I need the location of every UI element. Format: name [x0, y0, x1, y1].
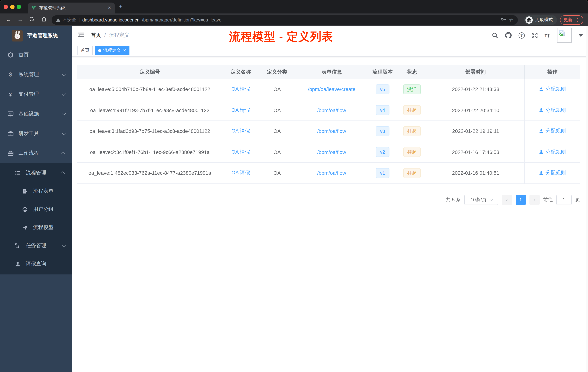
monitor-icon: [7, 111, 13, 117]
tag-home[interactable]: 首页: [77, 46, 93, 55]
url-host: dashboard.yudao.iocoder.cn: [82, 17, 139, 22]
sidebar-item-devtools[interactable]: 研发工具: [0, 124, 72, 143]
security-label[interactable]: 不安全: [63, 17, 76, 23]
search-icon[interactable]: [492, 32, 498, 38]
form-link[interactable]: /bpm/oa/leave/create: [308, 87, 356, 92]
person-icon: [15, 261, 21, 267]
definition-name-link[interactable]: OA 请假: [231, 86, 250, 92]
assign-rule-button[interactable]: 分配规则: [539, 149, 566, 155]
tree-list-icon: [15, 170, 21, 176]
paper-plane-icon: [22, 224, 28, 230]
menu-dots-icon[interactable]: ⋮: [575, 18, 580, 22]
definition-category: OA: [259, 128, 295, 134]
user-avatar[interactable]: [557, 28, 572, 43]
deploy-time: 2022-01-22 20:34:10: [427, 107, 524, 113]
prev-page-button[interactable]: ‹: [502, 195, 512, 205]
col-header: 操作: [524, 65, 580, 79]
col-header: 定义名称: [222, 69, 259, 75]
sidebar-item-task-mgmt[interactable]: 任务管理: [0, 237, 72, 255]
incognito-badge: 无痕模式: [524, 15, 557, 25]
back-icon[interactable]: ←: [6, 16, 11, 23]
sidebar-item-label: 首页: [19, 52, 65, 58]
sidebar-item-label: 流程管理: [26, 170, 57, 176]
goto-page-input[interactable]: [556, 195, 572, 205]
sidebar-item-payment[interactable]: ¥ 支付管理: [0, 85, 72, 104]
sidebar-item-label: 请假查询: [26, 261, 65, 267]
assign-rule-button[interactable]: 分配规则: [539, 107, 566, 114]
sidebar-item-system[interactable]: ⚙ 系统管理: [0, 65, 72, 85]
avatar-caret-icon[interactable]: [578, 34, 583, 37]
page-content: 定义编号 定义名称 定义分类 表单信息 流程版本 状态 部署时间 操作 oa_l…: [72, 65, 588, 205]
close-window-button[interactable]: [4, 5, 8, 9]
page-size-select[interactable]: 10条/页: [464, 195, 498, 205]
scrollbar[interactable]: [586, 26, 588, 372]
sidebar-logo[interactable]: 芋道管理系统: [0, 26, 72, 45]
deploy-time: 2022-01-16 01:40:51: [427, 170, 524, 176]
reload-icon[interactable]: [29, 16, 34, 23]
sidebar-item-process-model[interactable]: 流程模型: [0, 219, 72, 237]
version-tag: v4: [376, 105, 389, 115]
browser-update-button[interactable]: 更新 ⋮: [560, 15, 583, 25]
assign-rule-button[interactable]: 分配规则: [539, 128, 566, 134]
home-icon[interactable]: [41, 16, 47, 23]
help-icon[interactable]: ?: [518, 32, 525, 38]
current-page-button[interactable]: 1: [516, 195, 526, 205]
breadcrumb-home[interactable]: 首页: [91, 32, 101, 39]
form-link[interactable]: /bpm/oa/flow: [317, 149, 346, 155]
pagination-total: 共 5 条: [446, 196, 461, 203]
sidebar-item-process-form[interactable]: 流程表单: [0, 182, 72, 200]
user-icon: [539, 87, 544, 92]
definition-category: OA: [259, 170, 295, 176]
sidebar-item-workflow[interactable]: 工作流程: [0, 143, 72, 163]
bookmark-star-icon[interactable]: ☆: [509, 17, 514, 23]
active-dot: [98, 49, 101, 52]
tag-close-icon[interactable]: ✕: [123, 48, 126, 53]
password-key-icon[interactable]: [501, 16, 506, 23]
tag-label: 首页: [81, 47, 89, 54]
col-header: 状态: [397, 69, 427, 75]
definition-name-link[interactable]: OA 请假: [231, 107, 250, 113]
table-header-row: 定义编号 定义名称 定义分类 表单信息 流程版本 状态 部署时间 操作: [77, 65, 580, 79]
sidebar-item-leave-query[interactable]: 请假查询: [0, 255, 72, 273]
browser-tab[interactable]: 芋道管理系统 ✕: [28, 2, 115, 13]
new-tab-button[interactable]: +: [119, 3, 123, 11]
tab-close-icon[interactable]: ✕: [108, 5, 111, 11]
tab-strip: 芋道管理系统 ✕ +: [0, 0, 588, 13]
deploy-time: 2022-01-22 19:19:11: [427, 128, 524, 134]
github-icon[interactable]: [505, 32, 512, 39]
sidebar-item-infra[interactable]: 基础设施: [0, 104, 72, 124]
assign-rule-button[interactable]: 分配规则: [539, 86, 566, 93]
forward-icon[interactable]: →: [17, 16, 23, 23]
form-link[interactable]: /bpm/oa/flow: [317, 107, 346, 113]
sidebar: 芋道管理系统 首页 ⚙ 系统管理 ¥ 支付管理: [0, 26, 72, 372]
definition-id: oa_leave:1:482ec033-762a-11ec-8477-a2380…: [77, 170, 222, 176]
form-link[interactable]: /bpm/oa/flow: [317, 170, 346, 176]
incognito-label: 无痕模式: [535, 17, 553, 23]
chevron-down-icon: [489, 197, 493, 201]
url-path: /bpm/manager/definition?key=oa_leave: [142, 17, 221, 22]
definition-name-link[interactable]: OA 请假: [231, 128, 250, 134]
update-label: 更新: [564, 17, 572, 23]
sidebar-item-user-group[interactable]: 用户分组: [0, 200, 72, 219]
tag-process-definition[interactable]: 流程定义 ✕: [95, 46, 129, 55]
breadcrumb-separator: /: [104, 32, 106, 39]
sidebar-collapse-icon[interactable]: [78, 32, 84, 40]
workflow-submenu: 流程管理 流程表单 用户分组: [0, 163, 72, 274]
sidebar-item-label: 用户分组: [33, 206, 65, 213]
fullscreen-icon[interactable]: [531, 32, 538, 38]
form-link[interactable]: /bpm/oa/flow: [317, 128, 346, 134]
next-page-button[interactable]: ›: [529, 195, 540, 205]
status-badge: 挂起: [403, 105, 421, 115]
app-title: 芋道管理系统: [27, 33, 58, 39]
deploy-time: 2022-01-22 21:48:38: [427, 87, 524, 92]
status-badge: 挂起: [403, 126, 421, 136]
definition-name-link[interactable]: OA 请假: [231, 149, 250, 155]
address-bar[interactable]: 不安全 | dashboard.yudao.iocoder.cn/bpm/man…: [52, 15, 518, 25]
definition-name-link[interactable]: OA 请假: [231, 170, 250, 176]
minimize-window-button[interactable]: [10, 5, 15, 9]
font-size-icon[interactable]: TT: [545, 32, 550, 38]
assign-rule-button[interactable]: 分配规则: [539, 170, 566, 176]
sidebar-item-home[interactable]: 首页: [0, 45, 72, 65]
sidebar-item-process-mgmt[interactable]: 流程管理: [0, 164, 72, 182]
zoom-window-button[interactable]: [17, 5, 21, 9]
